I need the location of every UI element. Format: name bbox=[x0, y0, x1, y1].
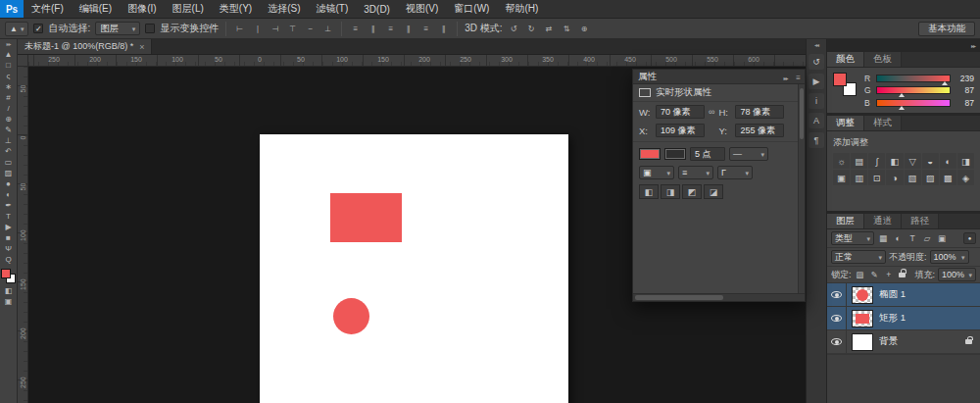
brightness-contrast-icon[interactable]: ☼ bbox=[833, 153, 850, 169]
width-field[interactable]: 70 像素 bbox=[656, 105, 705, 119]
tab-路径[interactable]: 路径 bbox=[902, 214, 939, 228]
stroke-width-field[interactable]: 5 点 bbox=[690, 147, 725, 161]
layer-name[interactable]: 背景 bbox=[879, 335, 965, 348]
align-left-edges-icon[interactable]: ⊢ bbox=[233, 23, 246, 35]
actions-panel-icon[interactable]: ▶ bbox=[808, 74, 824, 89]
height-field[interactable]: 78 像素 bbox=[735, 105, 784, 119]
gradient-map-icon[interactable]: ▩ bbox=[940, 170, 956, 185]
tab-样式[interactable]: 样式 bbox=[864, 116, 902, 130]
foreground-color-swatch[interactable] bbox=[1, 269, 11, 278]
lock-position-icon[interactable]: + bbox=[883, 269, 895, 281]
expand-dock-icon[interactable]: ◂◂ bbox=[814, 39, 818, 52]
threshold-icon[interactable]: ▨ bbox=[922, 170, 939, 185]
show-transform-checkbox[interactable] bbox=[145, 24, 155, 33]
color-panel-swatches[interactable] bbox=[833, 73, 857, 96]
screen-mode-button[interactable]: ▣ bbox=[1, 296, 17, 307]
distribute-horizontal-centers-icon[interactable]: ≡ bbox=[419, 23, 432, 35]
distribute-vertical-centers-icon[interactable]: ∥ bbox=[367, 23, 379, 35]
info-panel-icon[interactable]: i bbox=[808, 93, 824, 109]
distribute-top-edges-icon[interactable]: ≡ bbox=[349, 23, 362, 35]
auto-select-target-select[interactable]: 图层 ▾ bbox=[95, 22, 140, 35]
horizontal-ruler[interactable]: 2502001501005005010015020025030035040045… bbox=[28, 55, 806, 67]
corner-bottom-right-button[interactable]: ◪ bbox=[704, 184, 723, 199]
eyedropper-tool[interactable]: / bbox=[1, 103, 17, 114]
crop-tool[interactable]: # bbox=[1, 92, 17, 103]
align-bottom-edges-icon[interactable]: ⊥ bbox=[321, 23, 334, 35]
menu-item-7[interactable]: 3D(D) bbox=[356, 0, 398, 18]
menu-item-1[interactable]: 编辑(E) bbox=[72, 0, 120, 18]
rectangular-marquee-tool[interactable]: □ bbox=[1, 60, 17, 71]
tab-颜色[interactable]: 颜色 bbox=[827, 52, 864, 67]
layer-visibility-toggle[interactable] bbox=[827, 330, 847, 353]
history-panel-icon[interactable]: ↺ bbox=[808, 54, 824, 70]
stroke-style-select[interactable]: — ▾ bbox=[729, 147, 768, 161]
quick-selection-tool[interactable]: ∗ bbox=[1, 81, 17, 92]
menu-item-2[interactable]: 图像(I) bbox=[120, 0, 164, 18]
layer-thumbnail[interactable] bbox=[852, 333, 873, 351]
y-field[interactable]: 255 像素 bbox=[735, 124, 784, 137]
tab-图层[interactable]: 图层 bbox=[827, 214, 864, 228]
3d-roll-icon[interactable]: ↻ bbox=[525, 23, 538, 35]
selective-color-icon[interactable]: ◈ bbox=[957, 170, 974, 185]
fill-color-swatch[interactable] bbox=[639, 148, 661, 160]
filter-pixel-layers-icon[interactable]: ▦ bbox=[877, 232, 889, 245]
distribute-left-edges-icon[interactable]: ∥ bbox=[402, 23, 415, 35]
color-lookup-icon[interactable]: ⊡ bbox=[868, 170, 885, 185]
x-field[interactable]: 109 像素 bbox=[656, 124, 705, 137]
character-panel-icon[interactable]: A bbox=[808, 113, 824, 128]
lock-transparent-pixels-icon[interactable]: ▨ bbox=[855, 269, 866, 281]
menu-item-3[interactable]: 图层(L) bbox=[165, 0, 212, 18]
distribute-bottom-edges-icon[interactable]: ≡ bbox=[384, 23, 397, 35]
eraser-tool[interactable]: ▭ bbox=[1, 157, 17, 168]
vertical-ruler[interactable]: 50050100150200250 bbox=[18, 67, 28, 403]
layer-filter-toggle[interactable]: ● bbox=[963, 232, 976, 244]
channel-slider-track[interactable] bbox=[876, 99, 951, 107]
panel-menu-icon[interactable]: ≡ bbox=[796, 74, 800, 82]
menu-item-4[interactable]: 类型(Y) bbox=[212, 0, 260, 18]
quick-mask-button[interactable]: ◧ bbox=[1, 285, 17, 296]
color-panel-foreground-swatch[interactable] bbox=[833, 73, 847, 86]
auto-select-checkbox[interactable]: ✓ bbox=[33, 24, 43, 33]
rectangle-tool[interactable]: ■ bbox=[1, 232, 17, 243]
filter-smart-objects-icon[interactable]: ▣ bbox=[936, 232, 948, 245]
move-tool[interactable]: ▲ bbox=[1, 49, 17, 60]
history-brush-tool[interactable]: ↶ bbox=[1, 146, 17, 157]
slider-marker[interactable] bbox=[942, 81, 948, 85]
menu-item-6[interactable]: 滤镜(T) bbox=[309, 0, 357, 18]
menu-item-5[interactable]: 选择(S) bbox=[260, 0, 308, 18]
spot-healing-brush-tool[interactable]: ⊕ bbox=[1, 114, 17, 125]
document-canvas[interactable] bbox=[260, 134, 568, 403]
document-tab[interactable]: 未标题-1 @ 100%(RGB/8) * × bbox=[18, 39, 152, 54]
menu-item-0[interactable]: 文件(F) bbox=[24, 0, 72, 18]
tab-调整[interactable]: 调整 bbox=[827, 116, 864, 130]
corner-top-right-button[interactable]: ◨ bbox=[661, 184, 680, 199]
align-top-edges-icon[interactable]: ⊤ bbox=[286, 23, 299, 35]
filter-shape-layers-icon[interactable]: ▱ bbox=[921, 232, 933, 245]
properties-hscrollbar[interactable] bbox=[633, 293, 805, 301]
fill-opacity-select[interactable]: 100% ▾ bbox=[938, 268, 976, 281]
blur-tool[interactable]: ● bbox=[1, 178, 17, 189]
collapse-tools-icon[interactable]: ▸▸ bbox=[6, 39, 10, 49]
path-selection-tool[interactable]: ▶ bbox=[1, 222, 17, 232]
posterize-icon[interactable]: ▧ bbox=[905, 170, 921, 185]
pen-tool[interactable]: ✒ bbox=[1, 200, 17, 211]
layer-row[interactable]: 椭圆 1 bbox=[827, 283, 980, 307]
filter-adjustment-layers-icon[interactable]: ◐ bbox=[892, 232, 904, 245]
link-dimensions-icon[interactable]: ∞ bbox=[709, 107, 714, 117]
3d-scale-icon[interactable]: ⊕ bbox=[578, 23, 591, 35]
vibrance-icon[interactable]: ▽ bbox=[905, 153, 921, 169]
collapse-panel-icon[interactable]: ▸▸ bbox=[784, 76, 788, 81]
menu-item-10[interactable]: 帮助(H) bbox=[497, 0, 546, 18]
color-balance-icon[interactable]: ◐ bbox=[940, 153, 956, 169]
levels-icon[interactable]: ▤ bbox=[851, 153, 867, 169]
black-white-icon[interactable]: ◨ bbox=[957, 153, 974, 169]
corner-bottom-left-button[interactable]: ◩ bbox=[682, 184, 702, 199]
channel-slider-track[interactable] bbox=[876, 86, 951, 94]
layer-name[interactable]: 矩形 1 bbox=[879, 312, 980, 325]
color-swatches-control[interactable] bbox=[1, 269, 16, 283]
dodge-tool[interactable]: ◐ bbox=[1, 189, 17, 200]
channel-mixer-icon[interactable]: ▥ bbox=[851, 170, 867, 185]
layer-visibility-toggle[interactable] bbox=[827, 307, 847, 329]
layer-thumbnail[interactable] bbox=[852, 310, 873, 327]
slider-marker[interactable] bbox=[899, 93, 905, 97]
